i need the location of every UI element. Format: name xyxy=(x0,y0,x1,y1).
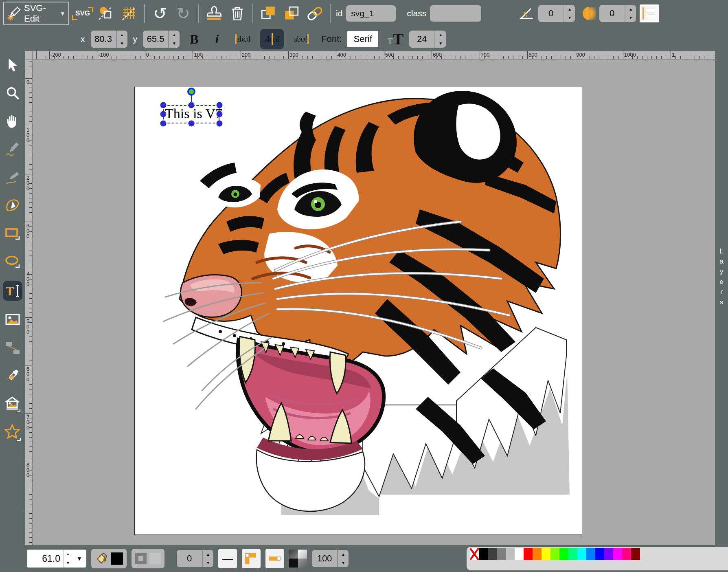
palette-swatch[interactable] xyxy=(488,548,497,560)
wireframe-mode-button[interactable] xyxy=(96,3,116,24)
stroke-width-value[interactable]: 0 xyxy=(177,550,202,567)
spinner-down-icon[interactable]: ▼ xyxy=(117,39,127,48)
bold-button[interactable]: B xyxy=(185,32,203,47)
blur-value[interactable]: 0 xyxy=(599,5,625,22)
shape-library-button[interactable] xyxy=(3,395,22,413)
workspace[interactable]: This is V7 xyxy=(33,59,715,545)
selection-handle-sw[interactable] xyxy=(160,121,167,127)
palette-swatch[interactable] xyxy=(577,548,586,560)
grid-snap-button[interactable] xyxy=(119,3,139,24)
palette-swatch[interactable] xyxy=(506,548,515,560)
palette-swatch[interactable] xyxy=(524,548,533,560)
main-menu-button[interactable]: SVG-Edit ▼ xyxy=(3,2,69,25)
palette-swatch[interactable] xyxy=(559,548,568,560)
element-class-input[interactable] xyxy=(430,5,481,22)
redo-button[interactable]: ↻ xyxy=(173,3,193,24)
palette-swatch[interactable] xyxy=(604,548,613,560)
spinner-down-icon[interactable]: ▼ xyxy=(625,13,636,22)
move-to-front-button[interactable] xyxy=(259,3,278,24)
spinner-up-icon[interactable]: ▲ xyxy=(203,550,213,559)
stroke-width-spinner[interactable]: 0 ▲ ▼ xyxy=(177,550,213,567)
palette-swatch[interactable] xyxy=(479,548,488,560)
selected-text-element[interactable]: This is V7 xyxy=(165,106,222,121)
text-anchor-middle-button[interactable]: abcd xyxy=(260,29,284,49)
rectangle-tool-button[interactable] xyxy=(3,225,22,243)
spinner-up-icon[interactable]: ▲ xyxy=(338,550,349,559)
selection-handle-s[interactable] xyxy=(189,121,195,127)
font-size-spinner[interactable]: 24 ▲ ▼ xyxy=(409,31,446,48)
star-tool-button[interactable] xyxy=(3,423,22,441)
spinner-up-icon[interactable]: ▲ xyxy=(64,550,72,559)
y-coordinate-value[interactable]: 65.5 xyxy=(143,31,168,48)
font-family-button[interactable]: Serif xyxy=(347,31,378,47)
zoom-value[interactable]: 61.0 xyxy=(27,553,63,564)
spinner-up-icon[interactable]: ▲ xyxy=(564,5,575,13)
palette-swatch[interactable] xyxy=(613,548,622,560)
tiger-drawing[interactable] xyxy=(135,87,583,535)
rotate-handle[interactable] xyxy=(187,88,195,96)
x-coordinate-value[interactable]: 80.3 xyxy=(91,31,116,48)
text-tool-button[interactable]: T xyxy=(3,281,22,301)
stroke-color-control[interactable] xyxy=(132,549,164,568)
ellipse-tool-button[interactable] xyxy=(3,253,22,271)
fill-color-control[interactable] xyxy=(91,549,127,568)
palette-swatch[interactable] xyxy=(586,548,595,560)
select-tool-button[interactable] xyxy=(3,56,22,74)
palette-swatch[interactable] xyxy=(631,548,640,560)
stroke-dash-button[interactable]: — xyxy=(218,549,237,568)
move-to-back-button[interactable] xyxy=(282,3,301,24)
selection-handle-ne[interactable] xyxy=(217,102,223,108)
spinner-down-icon[interactable]: ▼ xyxy=(338,559,349,567)
selection-handle-n[interactable] xyxy=(189,102,195,108)
line-tool-button[interactable] xyxy=(3,169,22,187)
x-coordinate-spinner[interactable]: 80.3 ▲ ▼ xyxy=(91,31,127,48)
text-anchor-end-button[interactable]: abcd xyxy=(289,29,313,49)
svg-canvas[interactable]: This is V7 xyxy=(134,87,582,535)
element-id-input[interactable]: svg_1 xyxy=(346,5,396,22)
palette-swatch[interactable] xyxy=(622,548,631,560)
font-size-arrows[interactable]: ▲ ▼ xyxy=(434,31,446,48)
pencil-tool-button[interactable] xyxy=(3,141,22,158)
stroke-width-arrows[interactable]: ▲ ▼ xyxy=(202,550,213,567)
image-tool-button[interactable] xyxy=(3,311,22,329)
palette-swatch[interactable] xyxy=(550,548,559,560)
selection-handle-e[interactable] xyxy=(217,111,223,117)
blur-arrows[interactable]: ▲ ▼ xyxy=(625,5,636,22)
opacity-arrows[interactable]: ▲ ▼ xyxy=(337,550,349,567)
zoom-dropdown-icon[interactable]: ▼ xyxy=(72,555,86,562)
delete-button[interactable] xyxy=(228,3,247,24)
stroke-color-swatch[interactable] xyxy=(149,553,161,564)
align-panel-button[interactable] xyxy=(640,4,659,22)
spinner-down-icon[interactable]: ▼ xyxy=(64,559,72,568)
eyedropper-tool-button[interactable] xyxy=(3,367,22,385)
spinner-up-icon[interactable]: ▲ xyxy=(435,31,446,39)
palette-swatch-none[interactable] xyxy=(470,548,479,560)
stroke-linecap-button[interactable] xyxy=(265,549,284,568)
spinner-up-icon[interactable]: ▲ xyxy=(169,31,180,39)
palette-swatch[interactable] xyxy=(533,548,542,560)
palette-swatch[interactable] xyxy=(497,548,506,560)
rotation-angle-value[interactable]: 0 xyxy=(538,5,564,22)
layers-panel-tab[interactable]: Layers xyxy=(715,51,728,545)
connector-tool-button[interactable] xyxy=(3,339,22,357)
spinner-down-icon[interactable]: ▼ xyxy=(169,39,180,48)
selection-handle-w[interactable] xyxy=(160,111,167,117)
y-arrows[interactable]: ▲ ▼ xyxy=(168,31,180,48)
italic-button[interactable]: i xyxy=(209,32,225,46)
blur-spinner[interactable]: 0 ▲ ▼ xyxy=(599,5,636,22)
font-size-value[interactable]: 24 xyxy=(409,31,434,48)
fill-color-swatch[interactable] xyxy=(111,552,123,565)
source-editor-button[interactable]: SVG xyxy=(73,3,92,24)
spinner-up-icon[interactable]: ▲ xyxy=(625,5,636,13)
palette-swatch[interactable] xyxy=(515,548,524,560)
spinner-down-icon[interactable]: ▼ xyxy=(203,559,213,567)
rotation-angle-arrows[interactable]: ▲ ▼ xyxy=(564,5,575,22)
opacity-spinner[interactable]: 100 ▲ ▼ xyxy=(312,550,349,567)
palette-swatch[interactable] xyxy=(595,548,604,560)
spinner-up-icon[interactable]: ▲ xyxy=(117,31,127,39)
clone-button[interactable] xyxy=(204,3,224,24)
selection-handle-se[interactable] xyxy=(217,121,223,127)
y-coordinate-spinner[interactable]: 65.5 ▲ ▼ xyxy=(143,31,180,48)
x-arrows[interactable]: ▲ ▼ xyxy=(116,31,127,48)
stroke-linejoin-button[interactable] xyxy=(242,549,261,568)
